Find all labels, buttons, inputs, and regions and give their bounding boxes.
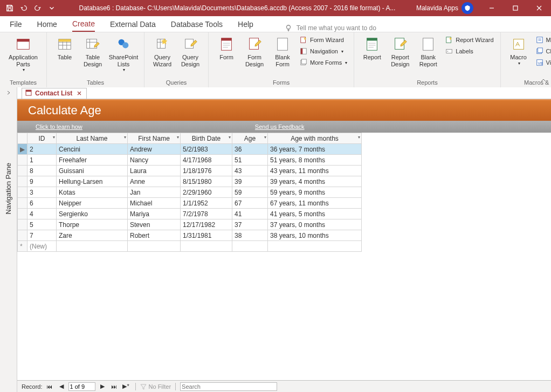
row-selector[interactable]: [18, 166, 27, 176]
tab-file[interactable]: File: [10, 17, 22, 32]
prev-record-button[interactable]: ◀: [57, 382, 66, 391]
svg-rect-28: [536, 37, 542, 43]
form-design-button[interactable]: Form Design: [241, 35, 268, 68]
sharepoint-lists-button[interactable]: SharePoint Lists▾: [107, 35, 140, 73]
macro-button[interactable]: Macro▾: [505, 35, 532, 67]
svg-rect-3: [17, 39, 30, 42]
more-forms-button[interactable]: More Forms▾: [297, 57, 349, 68]
shutter-toggle-icon[interactable]: [0, 87, 17, 98]
sharepoint-icon: [115, 36, 132, 53]
row-selector[interactable]: [18, 209, 27, 219]
col-first-name[interactable]: First Name▾: [128, 133, 181, 144]
maximize-button[interactable]: [504, 0, 527, 16]
row-selector[interactable]: [18, 187, 27, 198]
module-button[interactable]: Module: [533, 35, 551, 45]
new-row[interactable]: *(New): [18, 241, 362, 252]
redo-icon[interactable]: [31, 2, 44, 15]
undo-icon[interactable]: [17, 2, 30, 15]
application-parts-icon: [15, 36, 32, 53]
learn-how-link[interactable]: Click to learn how: [36, 123, 82, 130]
table-row[interactable]: 1FreehaferNancy4/17/19685151 years, 8 mo…: [18, 155, 362, 166]
visual-basic-button[interactable]: VBVisual Basic: [533, 57, 551, 68]
blank-report-button[interactable]: Blank Report: [415, 35, 442, 68]
report-design-icon: [391, 36, 409, 53]
row-selector[interactable]: [18, 155, 27, 166]
record-position-input[interactable]: [68, 382, 95, 391]
macro-icon: [510, 36, 527, 53]
qa-customize-icon[interactable]: [45, 2, 58, 15]
title-bar: Database6 : Database- C:\Users\Malavida\…: [0, 0, 551, 16]
query-wizard-icon: [154, 36, 171, 53]
tab-home[interactable]: Home: [37, 17, 57, 32]
next-record-button[interactable]: ▶: [98, 382, 107, 391]
new-record-button[interactable]: ▶*: [121, 382, 131, 391]
blank-form-button[interactable]: Blank Form: [269, 35, 296, 68]
document-tab-contact-list[interactable]: Contact List: [22, 88, 87, 99]
form-wizard-icon: [299, 36, 308, 44]
group-templates-label: Templates: [10, 79, 37, 87]
close-button[interactable]: [527, 0, 551, 16]
form-button[interactable]: Form: [213, 35, 240, 62]
row-selector[interactable]: ▶: [18, 144, 27, 155]
table-button[interactable]: Table: [51, 35, 78, 62]
form-subheader: Click to learn how Send us Feedback: [17, 121, 551, 133]
table-row[interactable]: 7ZareRobert1/31/19813838 years, 10 month…: [18, 230, 362, 241]
report-button[interactable]: Report: [359, 35, 385, 62]
table-row[interactable]: 8GuissaniLaura1/18/19764343 years, 11 mo…: [18, 166, 362, 176]
labels-icon: [445, 47, 453, 56]
group-macros-label: Macros & Code: [524, 79, 551, 87]
navigation-pane-shutter[interactable]: Navigation Pane: [0, 87, 17, 392]
col-last-name[interactable]: Last Name▾: [57, 133, 128, 144]
tab-database-tools[interactable]: Database Tools: [171, 17, 223, 32]
datasheet[interactable]: ID▾ Last Name▾ First Name▾ Birth Date▾ A…: [17, 133, 362, 252]
form-wizard-button[interactable]: Form Wizard: [297, 35, 349, 45]
svg-rect-25: [446, 50, 452, 53]
first-record-button[interactable]: ⏮: [45, 382, 54, 391]
svg-rect-21: [367, 38, 377, 41]
table-row[interactable]: 6NeipperMichael1/1/19526767 years, 11 mo…: [18, 198, 362, 209]
table-row[interactable]: 3KotasJan2/29/19605959 years, 9 months: [18, 187, 362, 198]
labels-button[interactable]: Labels: [443, 46, 495, 57]
form-title: Calculate Age: [17, 99, 551, 121]
minimize-button[interactable]: [480, 0, 504, 16]
navigation-button[interactable]: Navigation▾: [297, 46, 349, 57]
table-design-button[interactable]: Table Design: [79, 35, 106, 68]
tab-create[interactable]: Create: [72, 17, 95, 32]
col-age-months[interactable]: Age with months▾: [268, 133, 362, 144]
query-wizard-button[interactable]: Query Wizard: [149, 35, 176, 68]
tab-help[interactable]: Help: [238, 17, 253, 32]
more-forms-icon: [299, 58, 308, 67]
save-icon[interactable]: [3, 2, 16, 15]
form-design-icon: [246, 36, 263, 53]
table-row[interactable]: 5ThorpeSteven12/17/19823737 years, 0 mon…: [18, 219, 362, 230]
svg-rect-30: [538, 48, 542, 53]
row-selector[interactable]: [18, 198, 27, 209]
col-id[interactable]: ID▾: [27, 133, 57, 144]
table-row[interactable]: 9Hellung-LarsenAnne8/15/19803939 years, …: [18, 176, 362, 187]
table-row[interactable]: 4SergienkoMariya7/2/19784141 years, 5 mo…: [18, 209, 362, 219]
report-wizard-button[interactable]: Report Wizard: [443, 35, 495, 45]
collapse-ribbon-icon[interactable]: [540, 77, 547, 85]
application-parts-button[interactable]: Application Parts▾: [4, 35, 42, 73]
query-design-icon: [182, 36, 199, 53]
tab-external-data[interactable]: External Data: [110, 17, 156, 32]
table-row[interactable]: ▶2CenciniAndrew5/2/19833636 years, 7 mon…: [18, 144, 362, 155]
query-design-button[interactable]: Query Design: [177, 35, 204, 68]
tell-me-search[interactable]: Tell me what you want to do: [285, 24, 376, 32]
row-selector[interactable]: [18, 230, 27, 241]
report-icon: [363, 36, 381, 53]
select-all-cell[interactable]: [18, 133, 27, 144]
last-record-button[interactable]: ⏭: [109, 382, 119, 391]
col-age[interactable]: Age▾: [232, 133, 268, 144]
search-input[interactable]: [180, 382, 277, 391]
row-selector[interactable]: [18, 176, 27, 187]
row-selector[interactable]: [18, 219, 27, 230]
ribbon: Application Parts▾ Templates Table Table…: [0, 32, 551, 87]
no-filter-label: No Filter: [140, 383, 171, 390]
feedback-link[interactable]: Send us Feedback: [255, 123, 305, 130]
class-module-button[interactable]: Class Module: [533, 46, 551, 57]
report-design-button[interactable]: Report Design: [387, 35, 414, 68]
ribbon-tabs: File Home Create External Data Database …: [0, 16, 551, 32]
close-tab-button[interactable]: [75, 90, 83, 97]
col-birth-date[interactable]: Birth Date▾: [181, 133, 232, 144]
